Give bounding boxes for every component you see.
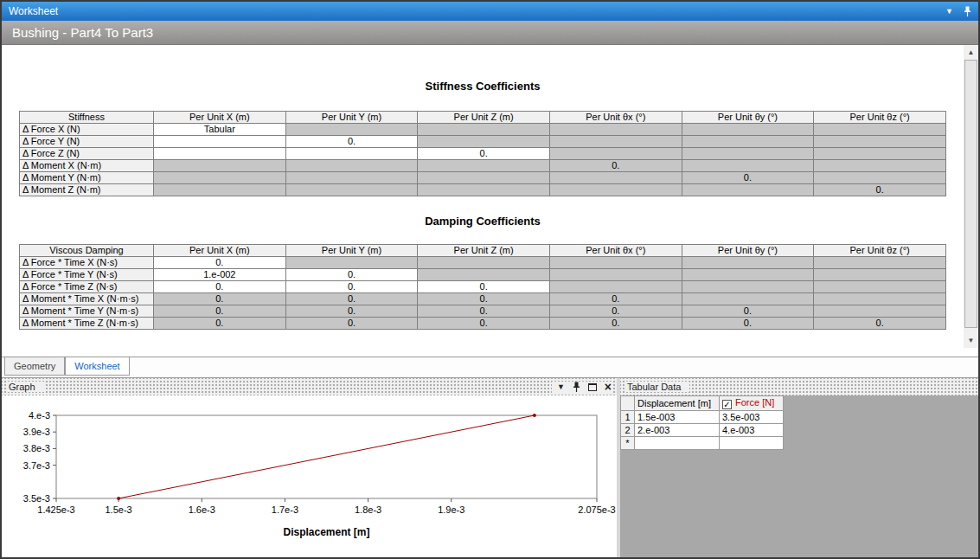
- coefficient-cell: [549, 257, 682, 269]
- coefficient-cell: [549, 136, 682, 148]
- tab-worksheet[interactable]: Worksheet: [65, 357, 129, 376]
- coefficient-cell: [285, 184, 418, 196]
- coefficient-row: Δ Force * Time Y (N·s)1.e-0020.: [20, 269, 946, 281]
- force-column-label: Force [N]: [735, 397, 774, 408]
- worksheet-panel-window: Worksheet ▼ Bushing - Part4 To Part3 Sti…: [0, 0, 980, 559]
- document-tab-strip: Geometry Worksheet: [2, 357, 978, 377]
- coefficient-cell[interactable]: 0.: [285, 269, 418, 281]
- graph-close-icon[interactable]: ×: [605, 382, 612, 392]
- graph-panel: Graph ▼ × 1.425e-31.5e-31.6e-31.7e-31.8e…: [2, 377, 617, 557]
- force-checkbox[interactable]: ✓: [722, 400, 732, 409]
- matrix-name-header: Stiffness: [20, 112, 154, 124]
- coefficient-cell: [549, 281, 682, 293]
- matrix-name-header: Viscous Damping: [20, 245, 154, 257]
- coefficient-cell: [154, 172, 286, 184]
- scrollbar-thumb[interactable]: [964, 60, 977, 328]
- force-column-header[interactable]: ✓Force [N]: [720, 396, 784, 411]
- coefficient-cell: 0.: [549, 293, 682, 305]
- coefficient-cell: [814, 269, 946, 281]
- coefficient-cell: [418, 184, 550, 196]
- x-tick-label: 2.075e-3: [578, 504, 615, 515]
- column-header: Per Unit Y (m): [285, 112, 418, 124]
- column-header: Per Unit θy (°): [682, 245, 814, 257]
- row-label: Δ Moment Y (N·m): [20, 172, 154, 184]
- worksheet-content: Stiffness Coefficients StiffnessPer Unit…: [2, 45, 978, 357]
- x-tick-label: 1.425e-3: [37, 504, 74, 515]
- coefficient-cell: [418, 124, 550, 136]
- coefficient-cell[interactable]: 0.: [418, 281, 550, 293]
- coefficient-cell: [285, 257, 418, 269]
- bottom-panels: Graph ▼ × 1.425e-31.5e-31.6e-31.7e-31.8e…: [2, 377, 978, 557]
- tab-geometry[interactable]: Geometry: [4, 357, 65, 376]
- coefficient-cell[interactable]: 0.: [154, 281, 286, 293]
- column-header: Per Unit θz (°): [814, 245, 946, 257]
- auto-hide-pin-icon[interactable]: [964, 6, 971, 17]
- displacement-cell[interactable]: [635, 437, 720, 450]
- panel-menu-dropdown-icon[interactable]: ▼: [945, 8, 953, 16]
- coefficient-cell[interactable]: Tabular: [154, 124, 286, 136]
- graph-menu-dropdown-icon[interactable]: ▼: [557, 383, 565, 391]
- coefficient-cell[interactable]: 1.e-002: [154, 269, 286, 281]
- x-tick-label: 1.8e-3: [355, 504, 381, 515]
- coefficient-cell: [682, 136, 814, 148]
- coefficient-cell: [154, 184, 286, 196]
- row-label: Δ Force * Time X (N·s): [20, 257, 154, 269]
- coefficient-cell: [682, 124, 814, 136]
- graph-pin-icon[interactable]: [573, 382, 580, 393]
- scroll-up-button[interactable]: ▲: [964, 45, 978, 60]
- coefficient-cell[interactable]: 0.: [154, 257, 286, 269]
- coefficient-cell[interactable]: 0.: [418, 148, 550, 160]
- coefficient-cell: [154, 160, 286, 172]
- x-tick-label: 1.6e-3: [189, 504, 215, 515]
- vertical-scrollbar[interactable]: ▲ ▼: [964, 45, 978, 348]
- y-tick-label: 3.5e-3: [23, 493, 50, 504]
- coefficient-cell[interactable]: [285, 148, 418, 160]
- coefficient-cell: [285, 160, 418, 172]
- coefficient-cell[interactable]: 0.: [285, 136, 418, 148]
- row-label: Δ Force X (N): [20, 124, 154, 136]
- coefficient-cell: 0.: [418, 305, 550, 318]
- coefficient-cell: 0.: [682, 172, 814, 184]
- coefficient-cell: [549, 184, 682, 196]
- coefficient-row: Δ Force * Time X (N·s)0.: [20, 257, 946, 269]
- column-header-row: StiffnessPer Unit X (m)Per Unit Y (m)Per…: [20, 112, 946, 124]
- coefficient-cell[interactable]: [154, 148, 286, 160]
- column-header: Per Unit θx (°): [549, 245, 682, 257]
- coefficient-cell: 0.: [418, 318, 550, 330]
- row-label: Δ Force Z (N): [20, 148, 154, 160]
- displacement-column-header[interactable]: Displacement [m]: [635, 396, 720, 411]
- coefficient-cell: [682, 184, 814, 196]
- graph-maximize-icon[interactable]: [588, 383, 597, 391]
- coefficient-cell: [682, 148, 814, 160]
- y-tick-label: 3.7e-3: [23, 460, 50, 471]
- column-header: Per Unit Z (m): [418, 245, 550, 257]
- graph-panel-titlebar[interactable]: Graph ▼ ×: [2, 378, 617, 395]
- tabular-data-row: *: [621, 437, 784, 450]
- scroll-down-button[interactable]: ▼: [964, 333, 978, 348]
- column-header: Per Unit X (m): [154, 112, 286, 124]
- coefficient-cell: [418, 136, 550, 148]
- displacement-cell[interactable]: 1.5e-003: [635, 411, 720, 424]
- coefficient-cell: 0.: [154, 305, 286, 318]
- force-cell[interactable]: [720, 437, 784, 450]
- coefficient-row: Δ Force X (N)Tabular: [20, 124, 946, 136]
- coefficient-cell[interactable]: 0.: [285, 281, 418, 293]
- coefficient-cell[interactable]: [154, 136, 286, 148]
- coefficient-cell: [418, 160, 550, 172]
- coefficient-cell: 0.: [682, 305, 814, 318]
- coefficient-cell: [285, 124, 418, 136]
- force-cell[interactable]: 3.5e-003: [720, 411, 784, 424]
- tabular-data-titlebar[interactable]: Tabular Data: [620, 378, 978, 395]
- tabular-data-header-row: Displacement [m] ✓Force [N]: [621, 396, 784, 411]
- coefficient-cell: 0.: [418, 293, 550, 305]
- panel-titlebar: Worksheet ▼: [2, 2, 978, 21]
- displacement-cell[interactable]: 2.e-003: [635, 424, 720, 437]
- coefficient-cell: [814, 136, 946, 148]
- coefficient-cell: [549, 124, 682, 136]
- coefficient-cell: [682, 160, 814, 172]
- coefficient-cell: 0.: [154, 318, 286, 330]
- force-cell[interactable]: 4.e-003: [720, 424, 784, 437]
- object-header: Bushing - Part4 To Part3: [2, 21, 978, 45]
- coefficient-cell: [814, 293, 946, 305]
- coefficient-cell: [549, 172, 682, 184]
